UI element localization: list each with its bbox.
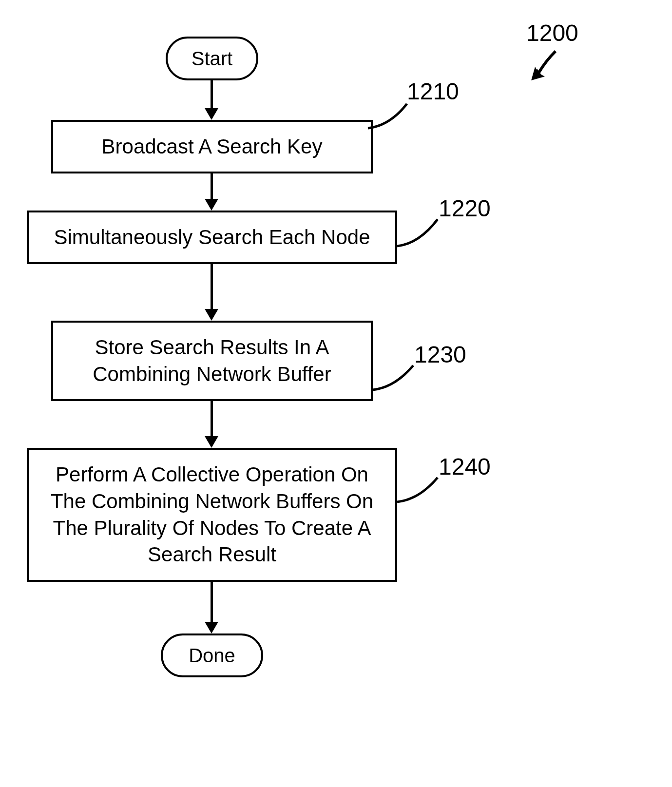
callout-line-4 — [395, 475, 443, 504]
step-label-3: 1230 — [414, 341, 466, 368]
arrow-line — [211, 401, 213, 438]
process-text-3: Store Search Results In A Combining Netw… — [63, 334, 361, 387]
process-box-3: Store Search Results In A Combining Netw… — [51, 321, 373, 401]
step-label-4: 1240 — [439, 453, 491, 480]
arrow-line — [211, 264, 213, 310]
step-label-2: 1220 — [439, 195, 491, 222]
arrow-line — [211, 173, 213, 200]
callout-line-2 — [395, 217, 443, 249]
process-text-2: Simultaneously Search Each Node — [54, 224, 370, 251]
arrow-line — [211, 80, 213, 110]
done-terminator: Done — [161, 633, 263, 677]
done-label: Done — [189, 645, 235, 667]
figure-number-label: 1200 — [526, 19, 578, 46]
arrow-head-icon — [205, 108, 218, 120]
arrow-head-icon — [205, 622, 218, 633]
callout-line-3 — [370, 363, 419, 392]
process-box-1: Broadcast A Search Key — [51, 120, 373, 173]
start-label: Start — [192, 48, 232, 70]
arrow-line — [211, 582, 213, 623]
step-label-1: 1210 — [407, 78, 459, 105]
arrow-head-icon — [205, 436, 218, 448]
process-text-4: Perform A Collective Operation On The Co… — [38, 461, 385, 568]
process-box-4: Perform A Collective Operation On The Co… — [27, 448, 397, 582]
process-box-2: Simultaneously Search Each Node — [27, 211, 397, 264]
callout-line-1 — [365, 101, 414, 131]
arrow-head-icon — [205, 309, 218, 321]
figure-pointer-icon — [526, 46, 565, 85]
process-text-1: Broadcast A Search Key — [102, 134, 323, 160]
arrow-head-icon — [205, 199, 218, 211]
start-terminator: Start — [166, 37, 258, 80]
